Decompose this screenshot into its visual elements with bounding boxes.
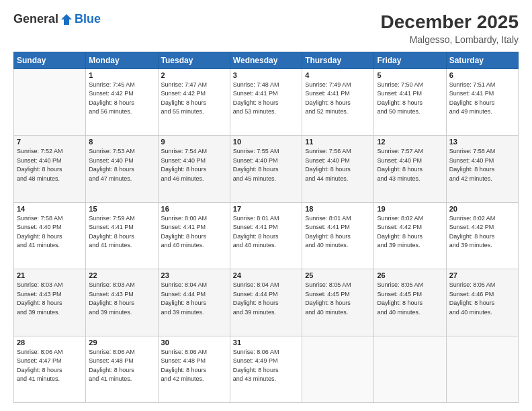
svg-marker-0 [61,14,72,25]
calendar-cell: 27Sunrise: 8:05 AMSunset: 4:46 PMDayligh… [446,269,518,336]
calendar-cell: 30Sunrise: 8:06 AMSunset: 4:48 PMDayligh… [158,336,230,402]
calendar-cell: 12Sunrise: 7:57 AMSunset: 4:40 PMDayligh… [374,136,446,202]
day-number: 8 [89,138,154,146]
day-info: Sunrise: 7:47 AMSunset: 4:42 PMDaylight:… [161,81,227,117]
location-title: Malgesso, Lombardy, Italy [381,34,519,45]
day-info: Sunrise: 8:05 AMSunset: 4:45 PMDaylight:… [305,281,371,317]
calendar-cell: 9Sunrise: 7:54 AMSunset: 4:40 PMDaylight… [158,136,230,202]
col-header-wednesday: Wednesday [230,52,302,68]
day-number: 17 [233,205,299,213]
calendar-cell: 25Sunrise: 8:05 AMSunset: 4:45 PMDayligh… [302,269,374,336]
day-info: Sunrise: 8:06 AMSunset: 4:49 PMDaylight:… [233,348,299,384]
calendar-cell: 11Sunrise: 7:56 AMSunset: 4:40 PMDayligh… [302,136,374,202]
calendar-cell [302,336,374,402]
day-number: 3 [233,71,299,79]
logo-general-text: General [13,12,58,26]
day-number: 22 [89,271,154,279]
calendar-table: SundayMondayTuesdayWednesdayThursdayFrid… [13,52,519,403]
day-number: 9 [161,138,227,146]
day-info: Sunrise: 8:06 AMSunset: 4:47 PMDaylight:… [17,348,83,384]
day-info: Sunrise: 8:06 AMSunset: 4:48 PMDaylight:… [161,348,227,384]
day-info: Sunrise: 8:04 AMSunset: 4:44 PMDaylight:… [161,281,227,317]
calendar-cell: 14Sunrise: 7:58 AMSunset: 4:40 PMDayligh… [14,202,86,269]
day-info: Sunrise: 8:00 AMSunset: 4:41 PMDaylight:… [161,214,227,250]
calendar-cell [14,68,86,135]
day-info: Sunrise: 7:58 AMSunset: 4:40 PMDaylight:… [17,214,83,250]
day-info: Sunrise: 7:50 AMSunset: 4:41 PMDaylight:… [377,81,443,117]
page: General Blue December 2025 Malgesso, Lom… [0,0,532,411]
calendar-cell: 31Sunrise: 8:06 AMSunset: 4:49 PMDayligh… [230,336,302,402]
day-number: 28 [17,338,83,347]
calendar-cell: 2Sunrise: 7:47 AMSunset: 4:42 PMDaylight… [158,68,230,135]
calendar-header-row: SundayMondayTuesdayWednesdayThursdayFrid… [14,52,519,68]
col-header-monday: Monday [86,52,158,68]
day-info: Sunrise: 8:03 AMSunset: 4:43 PMDaylight:… [89,281,154,317]
logo-icon [60,13,73,26]
calendar-cell [446,336,518,402]
day-number: 15 [89,205,154,213]
calendar-cell: 22Sunrise: 8:03 AMSunset: 4:43 PMDayligh… [86,269,158,336]
day-info: Sunrise: 7:45 AMSunset: 4:42 PMDaylight:… [89,81,154,117]
calendar-cell: 4Sunrise: 7:49 AMSunset: 4:41 PMDaylight… [302,68,374,135]
calendar-week-row: 14Sunrise: 7:58 AMSunset: 4:40 PMDayligh… [14,202,519,269]
header: General Blue December 2025 Malgesso, Lom… [13,12,519,45]
calendar-cell: 7Sunrise: 7:52 AMSunset: 4:40 PMDaylight… [14,136,86,202]
day-number: 23 [161,271,227,279]
day-info: Sunrise: 7:59 AMSunset: 4:41 PMDaylight:… [89,214,154,250]
day-number: 21 [17,271,83,279]
day-number: 26 [377,271,443,279]
day-number: 6 [449,71,515,79]
day-number: 25 [305,271,371,279]
day-info: Sunrise: 7:53 AMSunset: 4:40 PMDaylight:… [89,147,154,183]
calendar-cell: 24Sunrise: 8:04 AMSunset: 4:44 PMDayligh… [230,269,302,336]
day-info: Sunrise: 8:01 AMSunset: 4:41 PMDaylight:… [233,214,299,250]
calendar-cell: 20Sunrise: 8:02 AMSunset: 4:42 PMDayligh… [446,202,518,269]
day-number: 2 [161,71,227,79]
day-number: 10 [233,138,299,146]
day-info: Sunrise: 7:55 AMSunset: 4:40 PMDaylight:… [233,147,299,183]
day-info: Sunrise: 8:04 AMSunset: 4:44 PMDaylight:… [233,281,299,317]
calendar-week-row: 7Sunrise: 7:52 AMSunset: 4:40 PMDaylight… [14,136,519,202]
day-number: 27 [449,271,515,279]
calendar-cell: 21Sunrise: 8:03 AMSunset: 4:43 PMDayligh… [14,269,86,336]
day-number: 1 [89,71,154,79]
calendar-cell: 26Sunrise: 8:05 AMSunset: 4:45 PMDayligh… [374,269,446,336]
day-number: 5 [377,71,443,79]
calendar-cell: 6Sunrise: 7:51 AMSunset: 4:41 PMDaylight… [446,68,518,135]
calendar-cell: 5Sunrise: 7:50 AMSunset: 4:41 PMDaylight… [374,68,446,135]
calendar-cell: 13Sunrise: 7:58 AMSunset: 4:40 PMDayligh… [446,136,518,202]
calendar-cell: 1Sunrise: 7:45 AMSunset: 4:42 PMDaylight… [86,68,158,135]
calendar-cell: 17Sunrise: 8:01 AMSunset: 4:41 PMDayligh… [230,202,302,269]
day-info: Sunrise: 7:52 AMSunset: 4:40 PMDaylight:… [17,147,83,183]
day-number: 14 [17,205,83,213]
day-info: Sunrise: 8:05 AMSunset: 4:45 PMDaylight:… [377,281,443,317]
col-header-tuesday: Tuesday [158,52,230,68]
calendar-week-row: 21Sunrise: 8:03 AMSunset: 4:43 PMDayligh… [14,269,519,336]
day-number: 19 [377,205,443,213]
calendar-cell: 10Sunrise: 7:55 AMSunset: 4:40 PMDayligh… [230,136,302,202]
calendar-cell: 15Sunrise: 7:59 AMSunset: 4:41 PMDayligh… [86,202,158,269]
calendar-cell: 18Sunrise: 8:01 AMSunset: 4:41 PMDayligh… [302,202,374,269]
day-info: Sunrise: 7:57 AMSunset: 4:40 PMDaylight:… [377,147,443,183]
day-info: Sunrise: 7:54 AMSunset: 4:40 PMDaylight:… [161,147,227,183]
day-info: Sunrise: 7:56 AMSunset: 4:40 PMDaylight:… [305,147,371,183]
day-number: 29 [89,338,154,347]
day-info: Sunrise: 8:02 AMSunset: 4:42 PMDaylight:… [377,214,443,250]
col-header-sunday: Sunday [14,52,86,68]
day-number: 16 [161,205,227,213]
day-number: 12 [377,138,443,146]
day-info: Sunrise: 8:05 AMSunset: 4:46 PMDaylight:… [449,281,515,317]
calendar-cell: 23Sunrise: 8:04 AMSunset: 4:44 PMDayligh… [158,269,230,336]
day-number: 4 [305,71,371,79]
col-header-thursday: Thursday [302,52,374,68]
day-info: Sunrise: 8:02 AMSunset: 4:42 PMDaylight:… [449,214,515,250]
calendar-cell: 3Sunrise: 7:48 AMSunset: 4:41 PMDaylight… [230,68,302,135]
col-header-saturday: Saturday [446,52,518,68]
col-header-friday: Friday [374,52,446,68]
day-info: Sunrise: 7:51 AMSunset: 4:41 PMDaylight:… [449,81,515,117]
calendar-cell: 29Sunrise: 8:06 AMSunset: 4:48 PMDayligh… [86,336,158,402]
logo-blue-text: Blue [75,12,101,26]
day-number: 30 [161,338,227,347]
day-number: 13 [449,138,515,146]
calendar-week-row: 1Sunrise: 7:45 AMSunset: 4:42 PMDaylight… [14,68,519,135]
